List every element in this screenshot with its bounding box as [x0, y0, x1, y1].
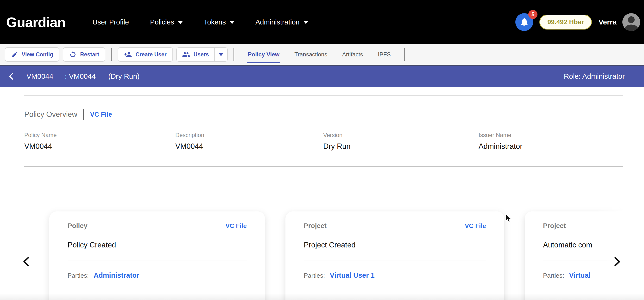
- username-label: Verra: [598, 18, 616, 26]
- parties-label: Parties:: [68, 272, 89, 279]
- card-title: Project: [543, 222, 566, 230]
- role-label: Role: Administrator: [564, 72, 625, 80]
- field-description: Description VM0044: [175, 132, 204, 151]
- chevron-down-icon: [178, 21, 182, 24]
- notifications-button[interactable]: 5: [515, 13, 533, 31]
- tab-artifacts-label: Artifacts: [342, 51, 363, 58]
- chevron-down-icon: [230, 21, 234, 24]
- pencil-icon: [11, 51, 18, 58]
- overview-title: Policy Overview: [24, 110, 78, 119]
- bell-icon: [519, 17, 529, 27]
- nav-administration-label: Administration: [256, 18, 300, 26]
- bottom-fade: [0, 293, 644, 300]
- field-version: Version Dry Run: [323, 132, 350, 151]
- chevron-down-icon: [218, 53, 224, 56]
- tab-ipfs[interactable]: IPFS: [377, 44, 392, 65]
- field-label: Description: [175, 132, 204, 139]
- parties-label: Parties:: [543, 272, 564, 279]
- field-value: VM0044: [175, 142, 204, 151]
- field-label: Policy Name: [24, 132, 57, 139]
- policy-toolbar: View Config Restart Create User Users: [0, 44, 644, 66]
- tab-artifacts[interactable]: Artifacts: [341, 44, 364, 65]
- notification-badge: 5: [528, 10, 538, 19]
- policy-header-bar: VM0044 : VM0044 (Dry Run) Role: Administ…: [0, 66, 644, 87]
- toolbar-divider: [111, 48, 112, 61]
- users-dropdown-button[interactable]: [215, 48, 227, 61]
- step-card-project: Project VC File Project Created Parties:…: [286, 211, 504, 300]
- field-value: VM0044: [24, 142, 57, 151]
- create-user-button[interactable]: Create User: [118, 47, 173, 62]
- parties-link[interactable]: Administrator: [94, 272, 139, 279]
- policy-name: VM0044: [26, 72, 54, 80]
- nav-tokens-label: Tokens: [204, 18, 226, 26]
- field-label: Issuer Name: [478, 132, 522, 139]
- mouse-cursor: [505, 214, 513, 224]
- restart-icon: [69, 51, 77, 58]
- nav-user-profile[interactable]: User Profile: [92, 18, 129, 26]
- field-value: Dry Run: [323, 142, 350, 151]
- carousel-prev-button[interactable]: [21, 255, 32, 269]
- nav-administration[interactable]: Administration: [256, 18, 308, 26]
- card-divider: [68, 260, 247, 260]
- policy-tabs: Policy View Transactions Artifacts IPFS: [240, 44, 398, 65]
- step-card-policy: Policy VC File Policy Created Parties: A…: [49, 211, 265, 300]
- guardian-app: Guardian User Profile Policies Tokens Ad…: [0, 0, 644, 300]
- toolbar-divider: [404, 48, 405, 61]
- nav-user-profile-label: User Profile: [92, 18, 129, 26]
- nav-policies-label: Policies: [150, 18, 174, 26]
- chevron-right-icon: [612, 255, 623, 268]
- create-user-label: Create User: [136, 51, 166, 58]
- overview-vc-file-link[interactable]: VC File: [90, 111, 112, 118]
- top-header: Guardian User Profile Policies Tokens Ad…: [0, 0, 644, 44]
- tab-ipfs-label: IPFS: [378, 51, 390, 58]
- users-label: Users: [194, 51, 209, 58]
- main-nav: User Profile Policies Tokens Administrat…: [92, 18, 308, 26]
- card-body-text: Policy Created: [68, 241, 247, 249]
- view-config-button[interactable]: View Config: [5, 47, 60, 62]
- policy-mode: (Dry Run): [108, 72, 140, 80]
- view-config-label: View Config: [22, 51, 53, 58]
- field-policy-name: Policy Name VM0044: [24, 132, 57, 151]
- policy-content: Policy Overview VC File Policy Name VM00…: [0, 87, 644, 300]
- field-label: Version: [323, 132, 350, 139]
- person-add-icon: [124, 50, 132, 59]
- parties-link[interactable]: Virtual User 1: [330, 272, 374, 279]
- toolbar-divider: [234, 48, 234, 61]
- chevron-down-icon: [304, 21, 308, 24]
- tab-transactions-label: Transactions: [294, 51, 327, 58]
- app-logo[interactable]: Guardian: [6, 14, 66, 30]
- restart-label: Restart: [80, 51, 99, 58]
- tab-transactions[interactable]: Transactions: [294, 44, 328, 65]
- vertical-divider: [84, 109, 84, 120]
- card-vc-file-link[interactable]: VC File: [465, 222, 486, 230]
- parties-label: Parties:: [304, 272, 325, 279]
- card-body-text: Project Created: [304, 241, 486, 249]
- policy-subtitle: : VM0044: [65, 72, 96, 80]
- users-icon: [182, 50, 190, 59]
- back-button[interactable]: [7, 72, 16, 81]
- field-issuer-name: Issuer Name Administrator: [478, 132, 522, 151]
- card-divider: [304, 260, 486, 260]
- parties-link[interactable]: Virtual: [569, 272, 590, 279]
- field-value: Administrator: [478, 142, 522, 151]
- tab-policy-view-label: Policy View: [248, 51, 280, 58]
- users-split-button[interactable]: Users: [176, 47, 228, 62]
- carousel-right-fade: [596, 207, 644, 300]
- hbar-balance[interactable]: 99.492 Hbar: [540, 15, 592, 29]
- person-icon: [622, 13, 640, 31]
- tab-policy-view[interactable]: Policy View: [247, 44, 281, 65]
- chevron-left-icon: [7, 72, 16, 81]
- avatar[interactable]: [622, 13, 640, 31]
- nav-policies[interactable]: Policies: [150, 18, 182, 26]
- carousel-next-button[interactable]: [612, 255, 623, 269]
- horizontal-rule: [24, 166, 623, 167]
- users-button[interactable]: Users: [177, 48, 214, 61]
- card-title: Policy: [68, 222, 87, 230]
- chevron-left-icon: [21, 255, 32, 268]
- overview-header: Policy Overview VC File: [24, 108, 112, 121]
- card-vc-file-link[interactable]: VC File: [226, 222, 247, 230]
- card-title: Project: [304, 222, 326, 230]
- restart-button[interactable]: Restart: [63, 47, 105, 62]
- nav-tokens[interactable]: Tokens: [204, 18, 234, 26]
- horizontal-rule: [24, 95, 623, 96]
